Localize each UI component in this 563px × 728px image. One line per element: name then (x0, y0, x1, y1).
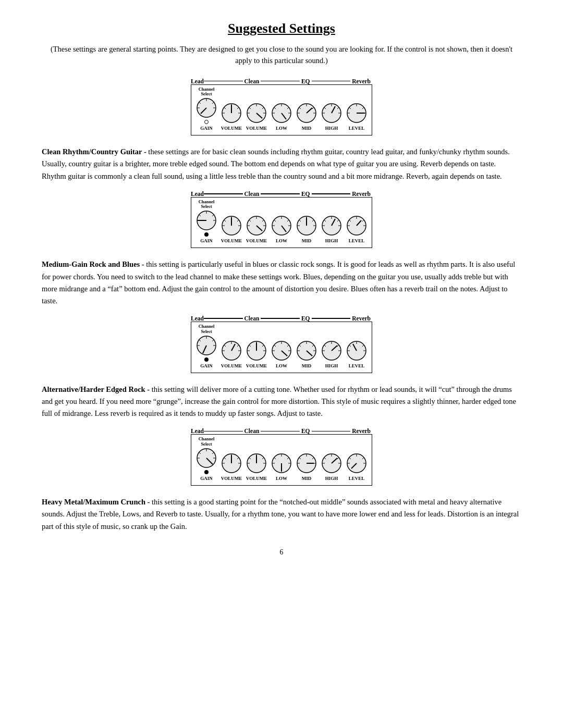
eq-low-group-3: LOW (271, 340, 292, 368)
lead-gain-group-4: ChannelSelect GAIN (195, 437, 217, 481)
eq-high-group-3: HIGH (321, 340, 342, 368)
reverb-level-group-2: LEVEL (346, 215, 368, 243)
low-label-1: LOW (276, 126, 287, 131)
volume-lead-label-1: VOLUME (221, 126, 242, 131)
section-heavymetal: Heavy Metal/Maximum Crunch - this settin… (42, 496, 521, 533)
volume-clean-label-1: VOLUME (246, 126, 267, 131)
eq-mid-group-3: MID (296, 340, 317, 368)
eq-low-group: LOW (271, 102, 292, 131)
label-reverb-1: Reverb (350, 78, 372, 84)
dot-indicator-2 (204, 232, 209, 237)
lead-gain-group: ChannelSelect GAIN (195, 87, 217, 131)
diagram-4: Lead Clean EQ Reverb ChannelSelect (42, 428, 521, 486)
section-clean-heading: Clean Rhythm/Country Guitar - (42, 147, 146, 156)
diagram-2: Lead Clean EQ Reverb ChannelSelect (42, 191, 521, 249)
eq-low-group-2: LOW (271, 215, 292, 243)
dot-indicator-3 (204, 357, 209, 362)
label-lead-1: Lead (191, 78, 204, 84)
reverb-level-group: LEVEL (346, 102, 368, 131)
level-label-1: LEVEL (349, 126, 365, 131)
reverb-level-group-3: LEVEL (346, 340, 368, 368)
dot-indicator-1 (204, 120, 209, 124)
eq-high-group: HIGH (321, 102, 342, 131)
eq-mid-group: MID (296, 102, 317, 131)
label-clean-1: Clean (243, 78, 261, 84)
diagram-1: Lead Clean EQ Reverb ChannelSelect (42, 78, 521, 136)
lead-volume-group-2: VOLUME (221, 215, 242, 243)
clean-volume-group-2: VOLUME (246, 215, 267, 243)
gain-label-1: GAIN (200, 126, 213, 131)
section-medium-heading: Medium-Gain Rock and Blues - (42, 260, 144, 268)
lead-volume-group: VOLUME (221, 102, 242, 131)
section-alt: Alternative/Harder Edged Rock - this set… (42, 384, 521, 420)
dot-indicator-4 (204, 470, 209, 474)
eq-high-group-2: HIGH (321, 215, 342, 243)
clean-volume-group: VOLUME (246, 102, 267, 131)
eq-high-group-4: HIGH (321, 452, 342, 481)
high-label-1: HIGH (325, 126, 338, 131)
channel-select-label: ChannelSelect (199, 87, 215, 97)
clean-volume-group-4: VOLUME (246, 452, 267, 481)
clean-volume-group-3: VOLUME (246, 340, 267, 368)
lead-volume-group-4: VOLUME (221, 452, 242, 481)
diagram-3: Lead Clean EQ Reverb ChannelSelect (42, 315, 521, 373)
section-alt-heading: Alternative/Harder Edged Rock - (42, 385, 150, 393)
lead-gain-group-3: ChannelSelect GAIN (195, 324, 217, 368)
page-number: 6 (42, 548, 521, 557)
section-clean: Clean Rhythm/Country Guitar - these sett… (42, 146, 521, 182)
lead-gain-group-2: ChannelSelect GAIN (195, 200, 217, 244)
reverb-level-group-4: LEVEL (346, 452, 368, 481)
eq-mid-group-4: MID (296, 452, 317, 481)
intro-text: (These settings are general starting poi… (42, 44, 521, 67)
lead-volume-group-3: VOLUME (221, 340, 242, 368)
eq-low-group-4: LOW (271, 452, 292, 481)
section-heavymetal-heading: Heavy Metal/Maximum Crunch - (42, 498, 150, 506)
mid-label-1: MID (302, 126, 312, 131)
page-title: Suggested Settings (42, 21, 521, 36)
label-eq-1: EQ (300, 78, 312, 84)
section-medium: Medium-Gain Rock and Blues - this settin… (42, 258, 521, 307)
eq-mid-group-2: MID (296, 215, 317, 243)
